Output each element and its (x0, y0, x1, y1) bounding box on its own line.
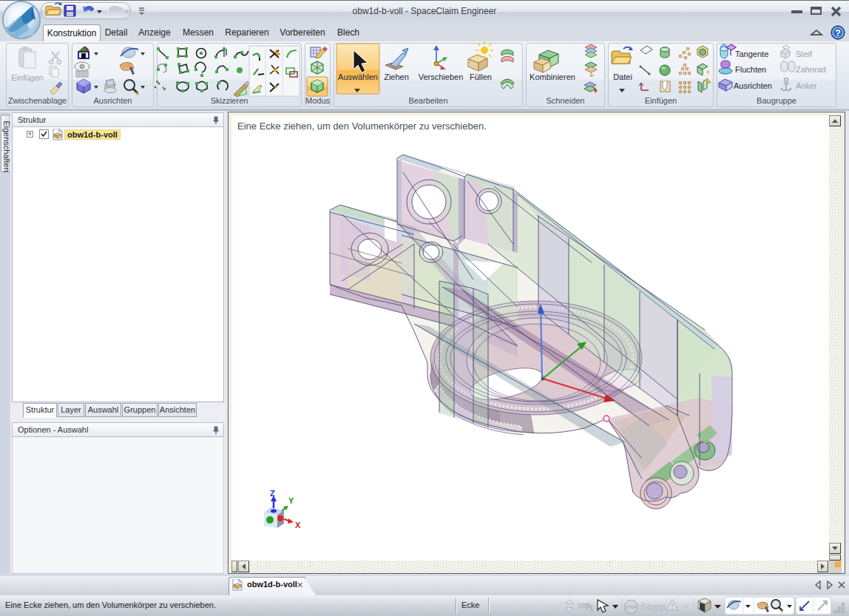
svg-text:Stopp: Stopp (640, 601, 666, 612)
svg-text:X: X (295, 521, 301, 529)
svg-text:?: ? (835, 28, 840, 38)
svg-text:Y: Y (288, 496, 294, 505)
svg-text:STOP: STOP (625, 605, 637, 609)
svg-text:Z: Z (270, 489, 275, 498)
